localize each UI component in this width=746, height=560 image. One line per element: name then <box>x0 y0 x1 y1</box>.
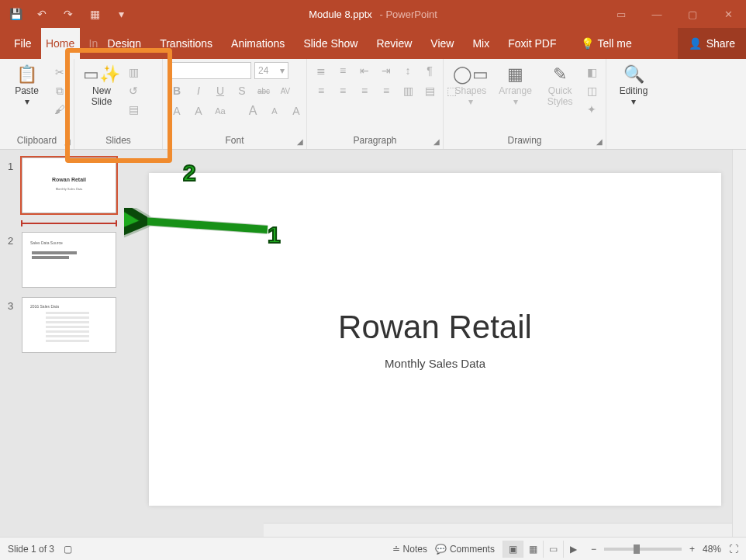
line-spacing-button[interactable]: ↕ <box>399 62 417 79</box>
reading-view-button[interactable]: ▭ <box>543 541 563 558</box>
maximize-button[interactable]: ▢ <box>675 0 710 28</box>
increase-indent-button[interactable]: ⇥ <box>377 62 395 79</box>
tab-transitions[interactable]: Transitions <box>150 28 222 59</box>
slide-sorter-view-button[interactable]: ▦ <box>523 541 543 558</box>
tab-animations[interactable]: Animations <box>222 28 294 59</box>
editing-button[interactable]: 🔍 Editing▾ <box>611 62 656 107</box>
tab-home[interactable]: Home <box>41 28 80 59</box>
tab-view[interactable]: View <box>421 28 463 59</box>
justify-button[interactable]: ≡ <box>377 82 395 99</box>
thumb3-title: 2016 Sales Data <box>30 304 59 309</box>
slide-counter[interactable]: Slide 1 of 3 <box>8 544 54 555</box>
align-left-button[interactable]: ≡ <box>312 82 330 99</box>
font-color-button[interactable]: A <box>168 102 186 119</box>
close-button[interactable]: ✕ <box>710 0 746 28</box>
spell-check-icon[interactable]: ▢ <box>64 544 72 555</box>
thumbnail-row-3: 3 2016 Sales Data <box>8 297 126 353</box>
change-case-button[interactable]: Aa <box>211 102 230 119</box>
columns-button[interactable]: ▥ <box>399 82 417 99</box>
bullets-button[interactable]: ≣ <box>312 62 330 79</box>
align-center-button[interactable]: ≡ <box>333 82 352 99</box>
new-slide-label: New Slide <box>79 85 124 107</box>
shapes-button[interactable]: ◯▭ Shapes▾ <box>448 62 493 107</box>
reset-button[interactable]: ↺ <box>124 82 143 99</box>
highlight-button[interactable]: A <box>189 102 208 119</box>
zoom-level[interactable]: 48% <box>703 544 721 555</box>
shadow-button[interactable]: S <box>233 82 251 99</box>
save-button[interactable]: 💾 <box>5 3 26 25</box>
slide-subtitle[interactable]: Monthly Sales Data <box>385 357 485 370</box>
app-name: - PowerPoint <box>379 9 437 20</box>
zoom-slider[interactable] <box>604 548 682 551</box>
zoom-in-button[interactable]: + <box>689 544 695 555</box>
arrange-label: Arrange <box>493 85 538 96</box>
slide-editor[interactable]: Rowan Retail Monthly Sales Data <box>132 150 746 537</box>
share-button[interactable]: 👤 Share <box>678 28 746 59</box>
font-family-combo[interactable] <box>168 62 251 79</box>
tab-slideshow[interactable]: Slide Show <box>294 28 367 59</box>
minimize-button[interactable]: — <box>639 0 675 28</box>
bold-button[interactable]: B <box>168 82 186 99</box>
decrease-indent-button[interactable]: ⇤ <box>355 62 374 79</box>
shrink-font-button[interactable]: A <box>265 102 284 119</box>
paste-button[interactable]: 📋 Paste ▾ <box>5 62 49 107</box>
tab-review[interactable]: Review <box>367 28 421 59</box>
drawing-launcher[interactable]: ◢ <box>596 137 603 146</box>
tab-file[interactable]: File <box>5 28 41 59</box>
clipboard-launcher[interactable]: ◢ <box>64 137 71 146</box>
italic-button[interactable]: I <box>189 82 208 99</box>
slideshow-view-button[interactable]: ▶ <box>563 541 583 558</box>
slide-title[interactable]: Rowan Retail <box>338 309 532 346</box>
new-slide-button[interactable]: ▭✨ New Slide <box>79 62 124 107</box>
quick-access-toolbar: 💾 ↶ ↷ ▦ ▾ <box>0 3 132 25</box>
tab-design[interactable]: Design <box>98 28 151 59</box>
tab-foxit[interactable]: Foxit PDF <box>499 28 565 59</box>
thumbnail-slide-2[interactable]: Sales Data Source <box>22 232 116 288</box>
shape-effects-button[interactable]: ✦ <box>582 101 601 118</box>
notes-button[interactable]: ≐ Notes <box>392 544 427 555</box>
normal-view-button[interactable]: ▣ <box>503 541 523 558</box>
grow-font-button[interactable]: A <box>243 102 262 119</box>
align-text-button[interactable]: ▤ <box>420 82 439 99</box>
underline-button[interactable]: U <box>211 82 230 99</box>
format-painter-button[interactable]: 🖌 <box>50 101 69 118</box>
cut-button[interactable]: ✂ <box>50 64 69 81</box>
tab-mix[interactable]: Mix <box>463 28 499 59</box>
fit-to-window-button[interactable]: ⛶ <box>729 544 738 555</box>
thumbnail-slide-1[interactable]: Rowan Retail Monthly Sales Data <box>22 157 116 213</box>
insertion-cursor <box>22 223 116 224</box>
comments-button[interactable]: 💬 Comments <box>435 544 495 555</box>
tab-insert[interactable]: Insert <box>80 28 98 59</box>
tell-me-search[interactable]: 💡 Tell me <box>572 28 641 59</box>
slide-thumbnail-panel[interactable]: 1 Rowan Retail Monthly Sales Data 2 Sale… <box>0 150 132 537</box>
strikethrough-button[interactable]: abc <box>254 82 273 99</box>
font-launcher[interactable]: ◢ <box>297 137 303 146</box>
font-size-combo[interactable]: 24▾ <box>254 62 288 79</box>
comments-label: Comments <box>450 544 495 555</box>
shape-fill-button[interactable]: ◧ <box>582 64 601 81</box>
char-spacing-button[interactable]: AV <box>276 82 295 99</box>
vertical-scrollbar[interactable] <box>732 150 746 537</box>
paragraph-launcher[interactable]: ◢ <box>433 137 440 146</box>
numbering-button[interactable]: ≡ <box>333 62 352 79</box>
align-right-button[interactable]: ≡ <box>355 82 374 99</box>
customize-qat-button[interactable]: ▾ <box>110 3 132 25</box>
slide-canvas[interactable]: Rowan Retail Monthly Sales Data <box>149 173 721 506</box>
ribbon-options-button[interactable]: ▭ <box>603 0 639 28</box>
clear-formatting-button[interactable]: A <box>287 102 306 119</box>
horizontal-scrollbar[interactable] <box>264 523 732 537</box>
shape-outline-button[interactable]: ◫ <box>582 82 601 99</box>
start-from-beginning-button[interactable]: ▦ <box>84 3 105 25</box>
section-button[interactable]: ▤ <box>124 101 143 118</box>
layout-button[interactable]: ▥ <box>124 64 143 81</box>
undo-button[interactable]: ↶ <box>31 3 53 25</box>
group-label-font: Font ◢ <box>168 133 302 149</box>
copy-button[interactable]: ⧉ <box>50 82 69 99</box>
redo-button[interactable]: ↷ <box>57 3 79 25</box>
text-direction-button[interactable]: ¶ <box>420 62 439 79</box>
notes-icon: ≐ <box>392 544 400 555</box>
quick-styles-button[interactable]: ✎ Quick Styles <box>537 62 582 107</box>
zoom-out-button[interactable]: − <box>591 544 596 555</box>
arrange-button[interactable]: ▦ Arrange▾ <box>493 62 538 107</box>
thumbnail-slide-3[interactable]: 2016 Sales Data <box>22 297 116 353</box>
